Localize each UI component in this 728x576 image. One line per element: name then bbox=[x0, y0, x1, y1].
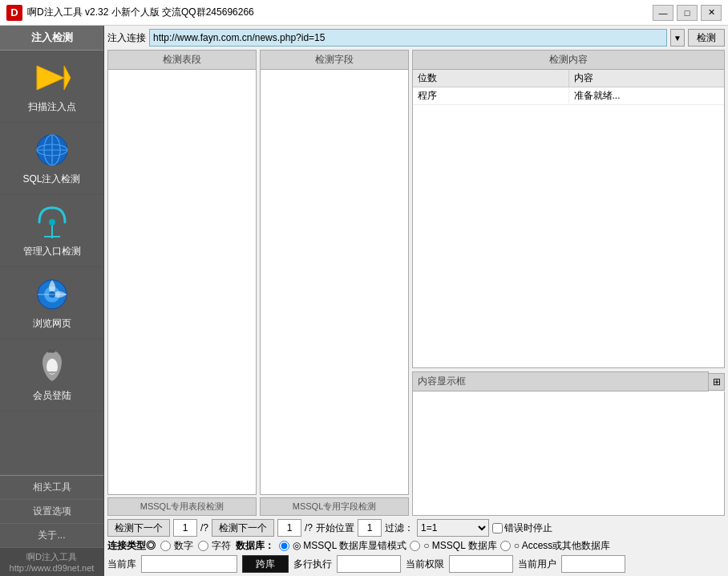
conn-type-string-label: 字符 bbox=[212, 539, 231, 553]
detect-url-button[interactable]: 检测 bbox=[688, 29, 725, 47]
filter-label: 过滤： bbox=[385, 521, 414, 535]
col-fields-header[interactable]: 检测字段 bbox=[260, 50, 409, 70]
skip-button[interactable]: 跨库 bbox=[242, 555, 289, 573]
url-bar: 注入连接 ▼ 检测 bbox=[107, 29, 725, 47]
conn-label: 连接类型◎ bbox=[107, 539, 156, 553]
content-area: 注入连接 ▼ 检测 检测表段 MSSQL专用表段检测 检测字段 MSSQL专用字… bbox=[104, 26, 728, 576]
conn-type-number-radio[interactable] bbox=[160, 541, 171, 551]
col-tables-header[interactable]: 检测表段 bbox=[107, 50, 257, 70]
detect-next-btn-2[interactable]: 检测下一个 bbox=[212, 519, 274, 537]
tables-list[interactable] bbox=[107, 70, 257, 495]
current-row: 当前库 跨库 多行执行 当前权限 当前用户 bbox=[107, 555, 725, 573]
col-tables: 检测表段 MSSQL专用表段检测 bbox=[107, 50, 257, 516]
curr-user-input[interactable] bbox=[561, 555, 625, 573]
bottom-controls: 检测下一个 /? 检测下一个 /? 开始位置 过滤： 1=1 错误时停止 bbox=[107, 516, 725, 573]
db-mssql-mode-label: ◎ MSSQL 数据库显错模式 bbox=[293, 539, 406, 553]
detect-row: 检测下一个 /? 检测下一个 /? 开始位置 过滤： 1=1 错误时停止 bbox=[107, 519, 725, 537]
start-pos-input[interactable] bbox=[358, 519, 382, 537]
close-button[interactable]: ✕ bbox=[701, 5, 722, 21]
sidebar-label-sql: SQL注入检测 bbox=[22, 172, 80, 186]
svg-marker-0 bbox=[37, 66, 64, 90]
title-text: 啊D注入工具 v2.32 小新个人版 交流QQ群245696266 bbox=[27, 6, 653, 19]
browser-icon bbox=[33, 275, 71, 314]
db-access-label: ○ Access或其他数据库 bbox=[514, 539, 611, 553]
detect-content-header: 检测内容 bbox=[412, 50, 725, 70]
db-mssql: ○ MSSQL 数据库 bbox=[410, 539, 496, 553]
svg-point-8 bbox=[49, 219, 55, 225]
db-mssql-label: ○ MSSQL 数据库 bbox=[423, 539, 496, 553]
conn-type-string-radio[interactable] bbox=[198, 541, 208, 551]
maximize-button[interactable]: □ bbox=[677, 5, 698, 21]
db-options: ◎ MSSQL 数据库显错模式 ○ MSSQL 数据库 ○ Access或其他数… bbox=[279, 539, 610, 553]
curr-perm-input[interactable] bbox=[449, 555, 513, 573]
col-fields: 检测字段 MSSQL专用字段检测 bbox=[260, 50, 409, 516]
nav-tab-injection[interactable]: 注入检测 bbox=[0, 26, 103, 51]
multi-exec-input[interactable] bbox=[337, 555, 401, 573]
filter-select[interactable]: 1=1 bbox=[417, 519, 489, 537]
slash-label-1: /? bbox=[200, 522, 208, 533]
sidebar-label-browser: 浏览网页 bbox=[33, 317, 71, 331]
curr-user-label: 当前用户 bbox=[518, 558, 556, 571]
content-display-area[interactable] bbox=[412, 391, 725, 516]
app-icon: D bbox=[6, 5, 22, 21]
window-controls: — □ ✕ bbox=[653, 5, 722, 21]
about-link[interactable]: 关于... bbox=[0, 524, 103, 548]
main-layout: 注入检测 扫描注入点 SQL注入检测 bbox=[0, 26, 728, 576]
detect-content-wrapper: 检测内容 位数 内容 程序准备就绪... bbox=[412, 50, 725, 368]
db-access-radio[interactable] bbox=[500, 541, 511, 551]
detect-input-2[interactable] bbox=[277, 519, 301, 537]
mssql-fields-button[interactable]: MSSQL专用字段检测 bbox=[260, 497, 409, 516]
right-panel: 检测内容 位数 内容 程序准备就绪... bbox=[412, 50, 725, 516]
content-display: 内容显示框 ⊞ bbox=[412, 371, 725, 516]
sidebar-item-scan[interactable]: 扫描注入点 bbox=[0, 51, 103, 123]
bottom-links: 相关工具 设置选项 关于... bbox=[0, 475, 103, 548]
error-stop-check: 错误时停止 bbox=[492, 521, 552, 535]
url-dropdown-button[interactable]: ▼ bbox=[670, 29, 685, 47]
detect-input-1[interactable] bbox=[173, 519, 197, 537]
three-columns: 检测表段 MSSQL专用表段检测 检测字段 MSSQL专用字段检测 检测内容 bbox=[107, 50, 725, 516]
fields-list[interactable] bbox=[260, 70, 409, 495]
db-label: 数据库： bbox=[236, 539, 274, 553]
curr-table-label: 当前库 bbox=[107, 558, 136, 571]
content-display-header: 内容显示框 ⊞ bbox=[412, 371, 725, 391]
detect-row-content: 准备就绪... bbox=[568, 87, 724, 105]
admin-icon bbox=[33, 203, 71, 241]
url-bar-label: 注入连接 bbox=[107, 31, 146, 45]
sidebar-item-admin[interactable]: 管理入口检测 bbox=[0, 195, 103, 267]
member-icon bbox=[33, 347, 71, 386]
scan-icon bbox=[33, 59, 71, 97]
detect-table-area: 位数 内容 程序准备就绪... bbox=[412, 70, 725, 368]
sql-icon bbox=[33, 131, 71, 169]
sidebar-item-browser[interactable]: 浏览网页 bbox=[0, 267, 103, 339]
detect-row-pos: 程序 bbox=[413, 87, 568, 105]
svg-marker-1 bbox=[64, 66, 71, 90]
mssql-tables-button[interactable]: MSSQL专用表段检测 bbox=[107, 497, 257, 516]
conn-type-number: 数字 bbox=[160, 539, 193, 553]
multi-exec-label: 多行执行 bbox=[293, 558, 332, 571]
sidebar-item-sql[interactable]: SQL注入检测 bbox=[0, 123, 103, 195]
footer-url: 啊D注入工具 http://www.d99net.net bbox=[0, 548, 103, 576]
sidebar: 注入检测 扫描注入点 SQL注入检测 bbox=[0, 26, 104, 576]
sidebar-label-admin: 管理入口检测 bbox=[23, 245, 81, 258]
slash-label-2: /? bbox=[305, 522, 313, 533]
col-header-pos: 位数 bbox=[413, 70, 568, 87]
error-stop-label: 错误时停止 bbox=[504, 521, 552, 535]
tools-link[interactable]: 相关工具 bbox=[0, 476, 103, 500]
conn-type-row: 连接类型◎ 数字 字符 数据库： ◎ MSSQL 数据库显错模式 bbox=[107, 539, 725, 553]
curr-table-input[interactable] bbox=[141, 555, 237, 573]
url-input[interactable] bbox=[149, 29, 667, 47]
detect-next-btn-1[interactable]: 检测下一个 bbox=[107, 519, 170, 537]
conn-type-string: 字符 bbox=[198, 539, 231, 553]
db-mssql-mode-radio[interactable] bbox=[279, 541, 289, 551]
db-mssql-radio[interactable] bbox=[410, 541, 420, 551]
sidebar-item-member[interactable]: 会员登陆 bbox=[0, 339, 103, 412]
minimize-button[interactable]: — bbox=[653, 5, 673, 21]
content-display-label: 内容显示框 bbox=[412, 371, 709, 391]
start-pos-label: 开始位置 bbox=[316, 521, 354, 535]
col-header-content: 内容 bbox=[568, 70, 724, 87]
content-display-expand-icon[interactable]: ⊞ bbox=[709, 373, 725, 391]
db-mssql-mode: ◎ MSSQL 数据库显错模式 bbox=[279, 539, 406, 553]
error-stop-checkbox[interactable] bbox=[492, 523, 503, 533]
curr-perm-label: 当前权限 bbox=[406, 558, 444, 571]
settings-link[interactable]: 设置选项 bbox=[0, 500, 103, 524]
